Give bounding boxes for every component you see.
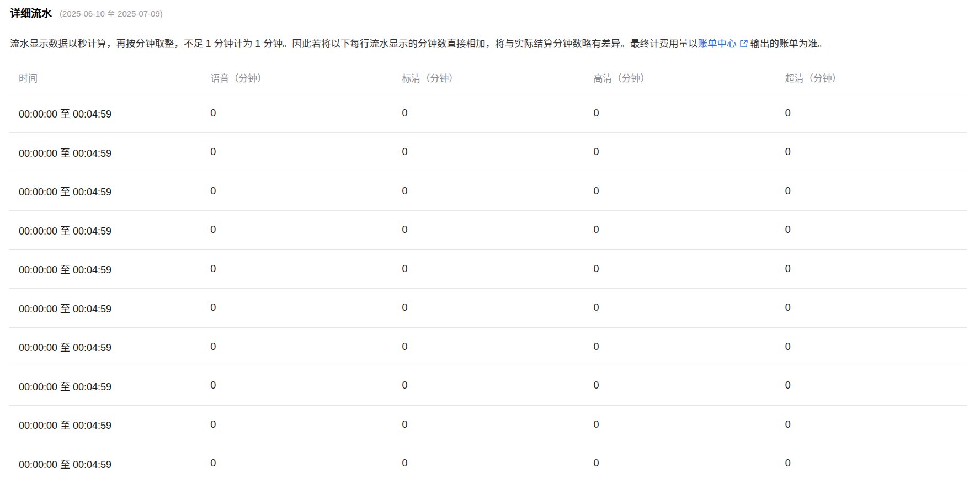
hd-minutes-cell: 0 xyxy=(584,94,775,133)
hd-minutes-cell: 0 xyxy=(584,133,775,172)
table-row: 00:00:00 至 00:04:590000 xyxy=(9,211,967,250)
voice-minutes-cell: 0 xyxy=(200,289,392,328)
uhd-minutes-cell: 0 xyxy=(775,405,967,444)
voice-minutes-cell: 0 xyxy=(200,94,392,133)
time-range-cell: 00:00:00 至 00:04:59 xyxy=(9,249,200,289)
time-range-cell: 00:00:00 至 00:04:59 xyxy=(9,133,200,172)
voice-minutes-cell: 0 xyxy=(200,172,392,211)
time-range-cell: 00:00:00 至 00:04:59 xyxy=(9,94,200,133)
uhd-minutes-cell: 0 xyxy=(775,444,967,483)
usage-table: 时间 语音（分钟） 标清（分钟） 高清（分钟） 超清（分钟） 00:00:00 … xyxy=(9,52,967,483)
sd-minutes-cell: 0 xyxy=(392,172,583,211)
table-row: 00:00:00 至 00:04:590000 xyxy=(9,172,967,211)
column-header-voice-minutes: 语音（分钟） xyxy=(200,52,392,94)
hd-minutes-cell: 0 xyxy=(584,327,775,366)
description-text-after-link: 输出的账单为准。 xyxy=(750,38,827,49)
column-header-time: 时间 xyxy=(9,52,200,94)
hd-minutes-cell: 0 xyxy=(584,289,775,328)
column-header-hd-minutes: 高清（分钟） xyxy=(584,52,775,94)
sd-minutes-cell: 0 xyxy=(392,366,583,406)
date-range: (2025-06-10 至 2025-07-09) xyxy=(60,7,163,20)
hd-minutes-cell: 0 xyxy=(584,405,775,444)
billing-center-link-label[interactable]: 账单中心 xyxy=(697,38,736,49)
time-range-cell: 00:00:00 至 00:04:59 xyxy=(9,444,200,483)
voice-minutes-cell: 0 xyxy=(200,133,392,172)
table-row: 00:00:00 至 00:04:590000 xyxy=(9,444,967,483)
page-header: 详细流水 (2025-06-10 至 2025-07-09) xyxy=(9,7,967,20)
time-range-cell: 00:00:00 至 00:04:59 xyxy=(9,172,200,211)
sd-minutes-cell: 0 xyxy=(392,327,583,366)
table-header-row: 时间 语音（分钟） 标清（分钟） 高清（分钟） 超清（分钟） xyxy=(9,52,967,94)
detailed-usage-page: 详细流水 (2025-06-10 至 2025-07-09) 流水显示数据以秒计… xyxy=(0,0,980,489)
voice-minutes-cell: 0 xyxy=(200,366,392,406)
hd-minutes-cell: 0 xyxy=(584,444,775,483)
uhd-minutes-cell: 0 xyxy=(775,327,967,366)
sd-minutes-cell: 0 xyxy=(392,94,583,133)
time-range-cell: 00:00:00 至 00:04:59 xyxy=(9,405,200,444)
external-link-icon[interactable] xyxy=(739,39,749,52)
usage-table-body: 00:00:00 至 00:04:59000000:00:00 至 00:04:… xyxy=(9,94,967,483)
sd-minutes-cell: 0 xyxy=(392,405,583,444)
time-range-cell: 00:00:00 至 00:04:59 xyxy=(9,289,200,328)
voice-minutes-cell: 0 xyxy=(200,249,392,289)
hd-minutes-cell: 0 xyxy=(584,249,775,289)
hd-minutes-cell: 0 xyxy=(584,366,775,406)
uhd-minutes-cell: 0 xyxy=(775,249,967,289)
sd-minutes-cell: 0 xyxy=(392,133,583,172)
table-row: 00:00:00 至 00:04:590000 xyxy=(9,366,967,406)
time-range-cell: 00:00:00 至 00:04:59 xyxy=(9,211,200,250)
sd-minutes-cell: 0 xyxy=(392,444,583,483)
description-text-before-link: 流水显示数据以秒计算，再按分钟取整，不足 1 分钟计为 1 分钟。因此若将以下每… xyxy=(10,38,697,49)
time-range-cell: 00:00:00 至 00:04:59 xyxy=(9,327,200,366)
page-title: 详细流水 xyxy=(10,7,52,20)
voice-minutes-cell: 0 xyxy=(200,211,392,250)
table-row: 00:00:00 至 00:04:590000 xyxy=(9,289,967,328)
uhd-minutes-cell: 0 xyxy=(775,133,967,172)
table-row: 00:00:00 至 00:04:590000 xyxy=(9,327,967,366)
column-header-sd-minutes: 标清（分钟） xyxy=(392,52,583,94)
voice-minutes-cell: 0 xyxy=(200,405,392,444)
table-row: 00:00:00 至 00:04:590000 xyxy=(9,405,967,444)
table-row: 00:00:00 至 00:04:590000 xyxy=(9,133,967,172)
uhd-minutes-cell: 0 xyxy=(775,366,967,406)
sd-minutes-cell: 0 xyxy=(392,289,583,328)
uhd-minutes-cell: 0 xyxy=(775,211,967,250)
sd-minutes-cell: 0 xyxy=(392,249,583,289)
uhd-minutes-cell: 0 xyxy=(775,289,967,328)
voice-minutes-cell: 0 xyxy=(200,327,392,366)
uhd-minutes-cell: 0 xyxy=(775,172,967,211)
table-row: 00:00:00 至 00:04:590000 xyxy=(9,94,967,133)
hd-minutes-cell: 0 xyxy=(584,172,775,211)
hd-minutes-cell: 0 xyxy=(584,211,775,250)
column-header-uhd-minutes: 超清（分钟） xyxy=(775,52,967,94)
sd-minutes-cell: 0 xyxy=(392,211,583,250)
usage-description: 流水显示数据以秒计算，再按分钟取整，不足 1 分钟计为 1 分钟。因此若将以下每… xyxy=(10,37,967,52)
uhd-minutes-cell: 0 xyxy=(775,94,967,133)
time-range-cell: 00:00:00 至 00:04:59 xyxy=(9,366,200,406)
table-row: 00:00:00 至 00:04:590000 xyxy=(9,249,967,289)
billing-center-link[interactable]: 账单中心 xyxy=(697,38,750,49)
voice-minutes-cell: 0 xyxy=(200,444,392,483)
